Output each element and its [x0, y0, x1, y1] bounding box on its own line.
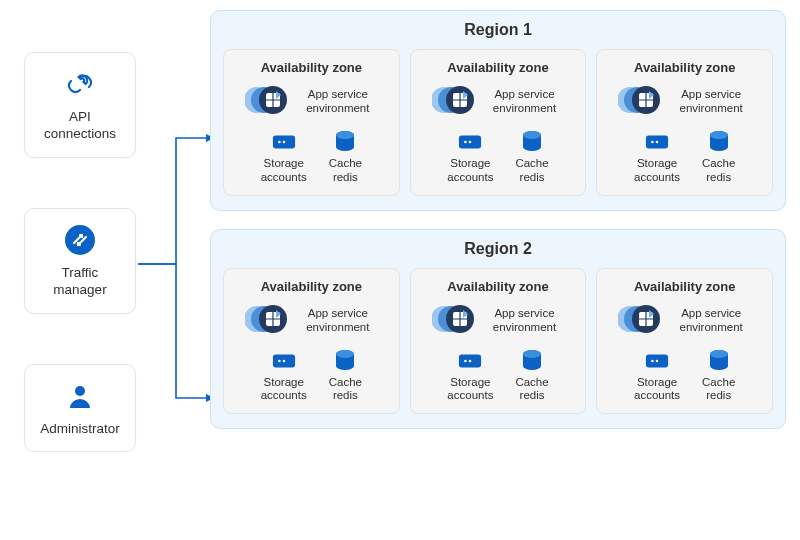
app-service-environment-icon [245, 302, 291, 340]
availability-zone: Availability zone App serviceenvironment… [223, 49, 400, 196]
storage-icon [645, 350, 669, 372]
svg-point-19 [469, 141, 472, 144]
redis-label: Cacheredis [515, 376, 548, 404]
zone-row: Availability zone App serviceenvironment… [223, 49, 773, 196]
svg-point-18 [464, 141, 467, 144]
administrator-box: Administrator [24, 364, 136, 453]
svg-point-0 [65, 225, 95, 255]
redis-icon [520, 131, 544, 153]
redis-label: Cacheredis [329, 157, 362, 185]
storage-icon [458, 350, 482, 372]
redis-icon [520, 350, 544, 372]
redis-label: Cacheredis [515, 157, 548, 185]
person-icon [63, 379, 97, 413]
zone-title: Availability zone [447, 279, 548, 294]
ase-label: App serviceenvironment [485, 88, 565, 116]
storage-label: Storageaccounts [447, 376, 493, 404]
svg-point-39 [336, 350, 354, 358]
storage-icon [645, 131, 669, 153]
storage-icon [458, 131, 482, 153]
zone-title: Availability zone [634, 60, 735, 75]
redis-label: Cacheredis [329, 376, 362, 404]
redis-label: Cacheredis [702, 157, 735, 185]
redis-icon [333, 131, 357, 153]
ase-label: App serviceenvironment [485, 307, 565, 335]
app-service-environment-icon [618, 302, 664, 340]
app-service-environment-icon [432, 83, 478, 121]
svg-point-10 [282, 141, 285, 144]
svg-point-45 [464, 359, 467, 362]
left-column: APIconnections Trafficmanager Administra… [24, 52, 136, 452]
svg-point-27 [651, 141, 654, 144]
svg-point-37 [282, 359, 285, 362]
api-connections-label: APIconnections [44, 109, 116, 143]
region-title: Region 1 [223, 21, 773, 39]
storage-label: Storageaccounts [634, 157, 680, 185]
svg-point-12 [336, 131, 354, 139]
regions-column: Region 1 Availability zone App serviceen… [210, 10, 786, 429]
storage-label: Storageaccounts [634, 376, 680, 404]
region-title: Region 2 [223, 240, 773, 258]
redis-icon [333, 350, 357, 372]
svg-point-46 [469, 359, 472, 362]
availability-zone: Availability zone App serviceenvironment… [596, 268, 773, 415]
zone-title: Availability zone [634, 279, 735, 294]
availability-zone: Availability zone App serviceenvironment… [596, 49, 773, 196]
region-1: Region 1 Availability zone App serviceen… [210, 10, 786, 211]
availability-zone: Availability zone App serviceenvironment… [223, 268, 400, 415]
redis-label: Cacheredis [702, 376, 735, 404]
redis-icon [707, 131, 731, 153]
svg-point-9 [278, 141, 281, 144]
storage-icon [272, 131, 296, 153]
administrator-label: Administrator [40, 421, 120, 438]
ase-label: App serviceenvironment [671, 307, 751, 335]
region-2: Region 2 Availability zone App serviceen… [210, 229, 786, 430]
svg-point-54 [651, 359, 654, 362]
zone-title: Availability zone [261, 279, 362, 294]
connector-lines [136, 0, 216, 540]
zone-title: Availability zone [261, 60, 362, 75]
storage-icon [272, 350, 296, 372]
storage-label: Storageaccounts [261, 157, 307, 185]
svg-point-28 [656, 141, 659, 144]
traffic-manager-label: Trafficmanager [53, 265, 106, 299]
ase-label: App serviceenvironment [298, 307, 378, 335]
svg-point-57 [710, 350, 728, 358]
availability-zone: Availability zone App serviceenvironment… [410, 268, 587, 415]
svg-point-48 [523, 350, 541, 358]
svg-point-1 [75, 386, 85, 396]
svg-point-55 [656, 359, 659, 362]
redis-icon [707, 350, 731, 372]
ase-label: App serviceenvironment [298, 88, 378, 116]
svg-point-36 [278, 359, 281, 362]
storage-label: Storageaccounts [261, 376, 307, 404]
zone-title: Availability zone [447, 60, 548, 75]
link-icon [63, 67, 97, 101]
traffic-manager-box: Trafficmanager [24, 208, 136, 314]
traffic-manager-icon [63, 223, 97, 257]
availability-zone: Availability zone App serviceenvironment… [410, 49, 587, 196]
ase-label: App serviceenvironment [671, 88, 751, 116]
app-service-environment-icon [432, 302, 478, 340]
zone-row: Availability zone App serviceenvironment… [223, 268, 773, 415]
svg-point-21 [523, 131, 541, 139]
app-service-environment-icon [618, 83, 664, 121]
app-service-environment-icon [245, 83, 291, 121]
api-connections-box: APIconnections [24, 52, 136, 158]
storage-label: Storageaccounts [447, 157, 493, 185]
svg-point-30 [710, 131, 728, 139]
